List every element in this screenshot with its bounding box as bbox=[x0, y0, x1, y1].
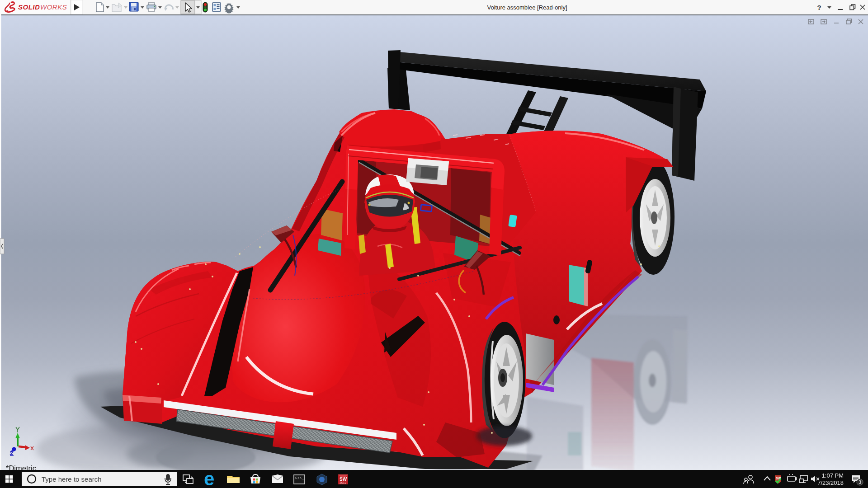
svg-text:e: e bbox=[204, 470, 214, 488]
svg-text:?: ? bbox=[817, 4, 821, 11]
svg-text:Voiture assomblee [Read-only]: Voiture assomblee [Read-only] bbox=[487, 4, 567, 11]
svg-text:*Dimetric: *Dimetric bbox=[6, 464, 36, 470]
svg-text:3: 3 bbox=[859, 480, 861, 485]
svg-text:WORKS: WORKS bbox=[40, 3, 67, 11]
svg-text:2017: 2017 bbox=[340, 481, 347, 484]
svg-text:Type here to search: Type here to search bbox=[42, 475, 102, 483]
svg-text:SOLID: SOLID bbox=[18, 3, 40, 11]
svg-text:1:07 PM: 1:07 PM bbox=[822, 472, 844, 479]
svg-text:C:\_: C:\_ bbox=[295, 476, 304, 480]
svg-text:7/23/2018: 7/23/2018 bbox=[817, 479, 844, 486]
